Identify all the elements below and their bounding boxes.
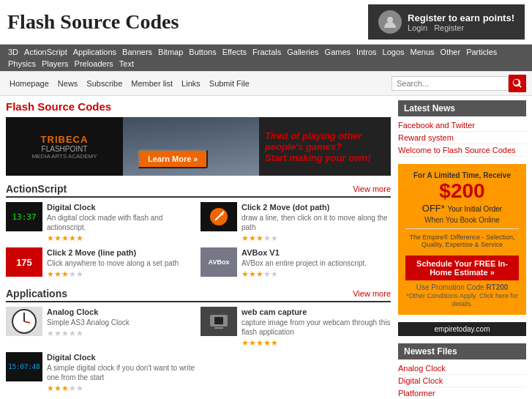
top-nav-item-players[interactable]: Players <box>40 59 71 69</box>
applications-items: Analog Clock Simple AS3 Analog Clock ★★★… <box>6 307 391 393</box>
ad-off: OFF* Your Initial Order <box>405 203 519 214</box>
header: Flash Source Codes Register to earn poin… <box>0 0 532 45</box>
item-thumbnail: AVBox <box>201 247 237 277</box>
svg-rect-7 <box>214 317 223 324</box>
top-nav-item-3d[interactable]: 3D <box>6 47 20 57</box>
register-text: Register to earn points! Login Register <box>408 12 514 32</box>
ad-book: When You Book Online <box>405 216 519 224</box>
search-input[interactable] <box>391 76 509 91</box>
newest-files-section: Newest Files Analog ClockDigital ClockPl… <box>398 343 526 399</box>
top-nav-item-intros[interactable]: Intros <box>354 47 379 57</box>
list-item: 13:37 Digital Clock An digital clock mad… <box>6 202 196 243</box>
item-thumbnail: 175 <box>6 247 42 277</box>
item-info: Click 2 Move (line path) Click anywhere … <box>47 247 196 279</box>
second-nav-item[interactable]: Subscribe <box>83 78 126 89</box>
register-links: Login Register <box>408 23 514 32</box>
item-stars: ★★★★★ <box>241 269 391 279</box>
ad-box: For A Limited Time, Receive $200 OFF* Yo… <box>398 164 526 315</box>
list-item: web cam capture capture image from your … <box>201 307 391 348</box>
item-title[interactable]: Digital Clock <box>47 353 96 362</box>
item-thumbnail: 13:37 <box>6 202 42 231</box>
ad-amount: $200 <box>405 179 519 203</box>
ad-promo: Use Promotion Code RT200 *Other Conditio… <box>405 283 519 307</box>
item-stars: ★★★★★ <box>47 234 196 243</box>
schedule-button[interactable]: Schedule Your FREE In-Home Estimate » <box>405 256 519 280</box>
newest-files-title: Newest Files <box>398 343 526 359</box>
top-nav-item-applications[interactable]: Applications <box>71 47 119 57</box>
actionscript-view-more[interactable]: View more <box>353 184 391 193</box>
section-header-applications: Applications View more <box>6 288 391 302</box>
second-nav: Homepage News Subscribe Member list Link… <box>0 71 532 96</box>
second-nav-item[interactable]: News <box>54 78 82 89</box>
search-button[interactable] <box>509 75 526 92</box>
item-thumbnail <box>201 202 237 231</box>
latest-news-title: Latest News <box>398 100 526 116</box>
top-nav-item-menus[interactable]: Menus <box>408 47 437 57</box>
top-nav-item-logos[interactable]: Logos <box>381 47 407 57</box>
item-stars: ★★★★★ <box>241 338 391 348</box>
second-nav-item[interactable]: Homepage <box>6 78 53 89</box>
svg-rect-8 <box>214 327 223 329</box>
login-link[interactable]: Login <box>408 23 427 32</box>
item-title[interactable]: Digital Clock <box>47 203 96 212</box>
second-nav-item[interactable]: Links <box>178 78 204 89</box>
item-desc: capture image from your webcam through t… <box>241 318 391 337</box>
latest-news-link[interactable]: Facebook and Twitter <box>398 119 526 132</box>
item-title[interactable]: web cam capture <box>241 307 307 316</box>
item-info: Digital Clock An digital clock made with… <box>47 202 196 243</box>
item-title[interactable]: Click 2 Move (dot path) <box>241 203 329 212</box>
list-item: 175 Click 2 Move (line path) Click anywh… <box>6 247 196 279</box>
top-nav-item-fractals[interactable]: Fractals <box>250 47 283 57</box>
item-info: Analog Clock Simple AS3 Analog Clock ★★★… <box>47 307 196 338</box>
latest-news-links: Facebook and TwitterReward systemWelcome… <box>398 119 526 157</box>
section-header-actionscript: ActionScript View more <box>6 183 391 198</box>
newest-file-link[interactable]: Digital Clock <box>398 375 526 387</box>
top-nav-item-buttons[interactable]: Buttons <box>187 47 218 57</box>
item-info: Digital Clock A simple digital clock if … <box>47 352 196 393</box>
top-nav-item-games[interactable]: Games <box>323 47 353 57</box>
banner-right-text: Tired of playing other people's games? S… <box>265 130 385 163</box>
banner-highlight: Start making your own! <box>265 152 370 163</box>
top-nav-item-physics[interactable]: Physics <box>6 59 38 69</box>
learn-more-button[interactable]: Learn More » <box>138 149 208 168</box>
item-title[interactable]: Analog Clock <box>47 307 98 316</box>
top-nav-item-galleries[interactable]: Galleries <box>285 47 321 57</box>
list-item: 15:07:48 Digital Clock A simple digital … <box>6 352 196 393</box>
register-link[interactable]: Register <box>434 23 464 32</box>
banner-sub2: MEDIA ARTS ACADEMY <box>31 153 97 160</box>
item-desc: An digital clock made with flash and act… <box>47 213 196 232</box>
ad-empire-footer: empiretoday.com <box>398 322 526 336</box>
actionscript-title: ActionScript <box>6 183 67 195</box>
list-item: AVBox AVBox V1 AVBox an entire project i… <box>201 247 391 279</box>
top-nav-item-bitmap[interactable]: Bitmap <box>156 47 185 57</box>
applications-title: Applications <box>6 288 67 299</box>
top-nav-item-text[interactable]: Text <box>117 59 136 69</box>
item-desc: A simple digital clock if you don't want… <box>47 363 196 382</box>
top-nav-item-preloaders[interactable]: Preloaders <box>72 59 116 69</box>
user-avatar <box>378 10 402 34</box>
newest-file-link[interactable]: Platformer <box>398 387 526 399</box>
banner-area: TRIBECA FLASHPOINT MEDIA ARTS ACADEMY Le… <box>6 117 391 176</box>
applications-section: Applications View more Analog Clock Simp… <box>6 288 391 393</box>
latest-news-link[interactable]: Welcome to Flash Source Codes <box>398 144 526 157</box>
item-title[interactable]: Click 2 Move (line path) <box>47 248 136 257</box>
item-desc: Click anywhere to move along a set path <box>47 258 196 268</box>
top-nav-item-banners[interactable]: Banners <box>120 47 154 57</box>
applications-view-more[interactable]: View more <box>353 289 391 298</box>
banner-right: Tired of playing other people's games? S… <box>259 117 391 176</box>
newest-file-link[interactable]: Analog Clock <box>398 362 526 375</box>
ad-brand: The Empire® Difference - Selection, Qual… <box>405 234 519 248</box>
page-title: Flash Source Codes <box>6 100 391 113</box>
top-nav-item-actionscript[interactable]: ActionScript <box>22 47 70 57</box>
site-title: Flash Source Codes <box>7 10 179 34</box>
latest-news-link[interactable]: Reward system <box>398 132 526 144</box>
item-thumbnail <box>201 307 237 336</box>
second-nav-item[interactable]: Member list <box>127 78 176 89</box>
svg-point-0 <box>387 17 393 23</box>
item-desc: Simple AS3 Analog Clock <box>47 318 196 327</box>
item-title[interactable]: AVBox V1 <box>241 248 280 257</box>
second-nav-item[interactable]: Submit File <box>206 78 253 89</box>
top-nav-item-other[interactable]: Other <box>438 47 463 57</box>
top-nav-item-particles[interactable]: Particles <box>464 47 499 57</box>
top-nav-item-effects[interactable]: Effects <box>220 47 249 57</box>
